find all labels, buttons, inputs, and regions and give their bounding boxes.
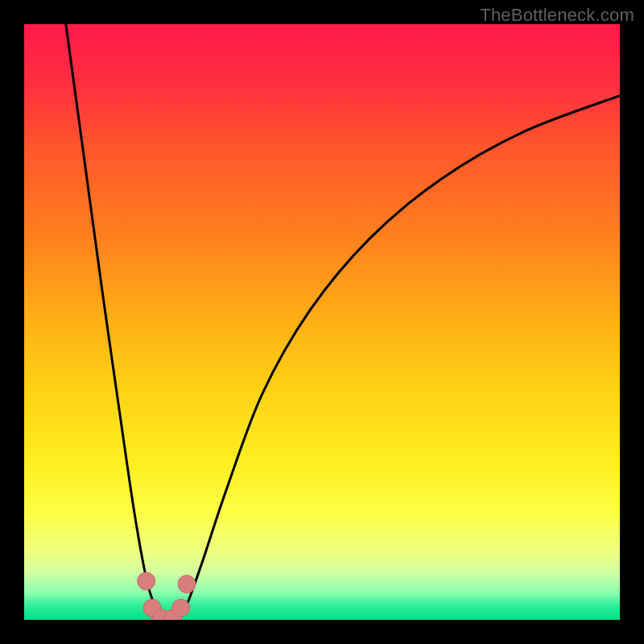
watermark-text: TheBottleneck.com xyxy=(480,5,634,26)
plot-area xyxy=(24,24,620,620)
valley-1-marker xyxy=(138,572,155,590)
curve-left xyxy=(66,24,161,620)
curve-right xyxy=(179,96,620,620)
valley-markers xyxy=(138,572,196,620)
valley-5-marker xyxy=(172,599,190,617)
valley-6-marker xyxy=(178,576,196,593)
chart-frame: TheBottleneck.com xyxy=(0,0,644,644)
curves-layer xyxy=(24,24,620,620)
